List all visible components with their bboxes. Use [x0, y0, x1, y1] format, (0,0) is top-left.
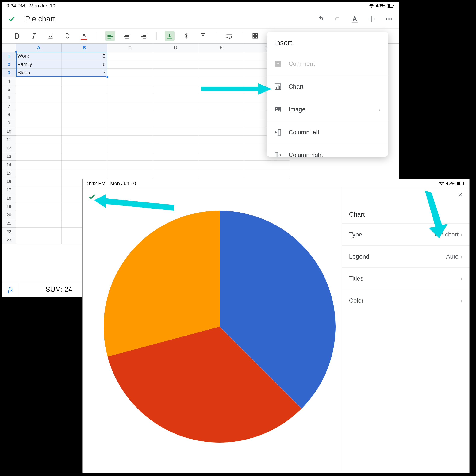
- row-header[interactable]: 3: [2, 69, 16, 77]
- row-header[interactable]: 15: [2, 169, 16, 177]
- grid-cell[interactable]: [107, 161, 153, 169]
- grid-cell[interactable]: [153, 94, 199, 102]
- grid-cell[interactable]: [153, 102, 199, 110]
- text-color-button[interactable]: [79, 31, 89, 41]
- accept-icon[interactable]: [8, 15, 16, 23]
- row-header[interactable]: 11: [2, 136, 16, 144]
- text-format-button[interactable]: [350, 15, 359, 24]
- grid-cell[interactable]: [153, 77, 199, 85]
- row-header[interactable]: 16: [2, 177, 16, 186]
- grid-cell[interactable]: [153, 69, 199, 77]
- grid-cell[interactable]: [62, 85, 107, 94]
- grid-cell[interactable]: [62, 77, 107, 85]
- bold-button[interactable]: [12, 31, 22, 41]
- grid-cell[interactable]: [199, 94, 244, 102]
- grid-cell[interactable]: [107, 85, 153, 94]
- grid-cell[interactable]: [199, 60, 244, 69]
- grid-cell[interactable]: [153, 127, 199, 136]
- grid-cell[interactable]: [199, 102, 244, 110]
- insert-menu-item[interactable]: Column right: [267, 144, 388, 157]
- grid-cell[interactable]: [16, 144, 62, 152]
- grid-cell[interactable]: [153, 169, 199, 177]
- grid-cell[interactable]: [199, 119, 244, 127]
- grid-cell[interactable]: [16, 177, 62, 186]
- align-center-button[interactable]: [122, 31, 132, 41]
- grid-cell[interactable]: [153, 60, 199, 69]
- chart-titles-row[interactable]: Titles ›: [342, 268, 469, 289]
- grid-cell[interactable]: [244, 169, 290, 177]
- grid-cell[interactable]: [16, 169, 62, 177]
- grid-cell[interactable]: [153, 52, 199, 60]
- grid-cell[interactable]: [62, 110, 107, 119]
- grid-cell[interactable]: [199, 127, 244, 136]
- row-header[interactable]: 13: [2, 152, 16, 161]
- grid-cell[interactable]: [16, 85, 62, 94]
- grid-cell[interactable]: [16, 228, 62, 236]
- grid-cell[interactable]: [153, 144, 199, 152]
- grid-cell[interactable]: [199, 52, 244, 60]
- grid-cell[interactable]: 9: [62, 52, 107, 60]
- wrap-button[interactable]: [224, 31, 234, 41]
- row-header[interactable]: 2: [2, 60, 16, 69]
- grid-cell[interactable]: [199, 161, 244, 169]
- row-header[interactable]: 7: [2, 102, 16, 110]
- grid-cell[interactable]: [62, 94, 107, 102]
- close-button[interactable]: [457, 191, 464, 199]
- grid-cell[interactable]: [107, 69, 153, 77]
- grid-cell[interactable]: [16, 136, 62, 144]
- row-header[interactable]: 19: [2, 203, 16, 211]
- grid-cell[interactable]: [62, 119, 107, 127]
- grid-cell[interactable]: [16, 203, 62, 211]
- align-right-button[interactable]: [138, 31, 149, 41]
- grid-cell[interactable]: [153, 161, 199, 169]
- column-header[interactable]: B: [62, 44, 107, 52]
- grid-cell[interactable]: [107, 102, 153, 110]
- grid-cell[interactable]: [199, 69, 244, 77]
- grid-cell[interactable]: [153, 85, 199, 94]
- grid-cell[interactable]: [107, 52, 153, 60]
- insert-menu-item[interactable]: Image ›: [267, 98, 388, 121]
- grid-cell[interactable]: [199, 110, 244, 119]
- grid-cell[interactable]: [16, 127, 62, 136]
- grid-cell[interactable]: [62, 136, 107, 144]
- row-header[interactable]: 18: [2, 194, 16, 203]
- grid-cell[interactable]: [62, 127, 107, 136]
- grid-cell[interactable]: [107, 77, 153, 85]
- insert-menu-item[interactable]: Column left: [267, 121, 388, 144]
- grid-cell[interactable]: [107, 94, 153, 102]
- merge-button[interactable]: [250, 31, 260, 41]
- grid-cell[interactable]: [153, 136, 199, 144]
- grid-cell[interactable]: [199, 152, 244, 161]
- italic-button[interactable]: [29, 31, 39, 41]
- valign-bottom-button[interactable]: [165, 31, 174, 41]
- add-button[interactable]: [367, 15, 376, 24]
- grid-cell[interactable]: [199, 136, 244, 144]
- chart-legend-row[interactable]: Legend Auto›: [342, 245, 469, 268]
- row-header[interactable]: 20: [2, 211, 16, 219]
- row-header[interactable]: 9: [2, 119, 16, 127]
- row-header[interactable]: 1: [2, 52, 16, 60]
- grid-cell[interactable]: [199, 144, 244, 152]
- grid-cell[interactable]: [107, 144, 153, 152]
- grid-cell[interactable]: [244, 161, 290, 169]
- grid-cell[interactable]: [16, 77, 62, 85]
- row-header[interactable]: 6: [2, 94, 16, 102]
- grid-cell[interactable]: [16, 110, 62, 119]
- document-title[interactable]: Pie chart: [25, 15, 55, 23]
- grid-cell[interactable]: [107, 110, 153, 119]
- grid-cell[interactable]: [153, 152, 199, 161]
- grid-cell[interactable]: [62, 169, 107, 177]
- valign-top-button[interactable]: [198, 31, 208, 41]
- grid-cell[interactable]: [62, 102, 107, 110]
- row-header[interactable]: 4: [2, 77, 16, 85]
- row-header[interactable]: 22: [2, 228, 16, 236]
- grid-cell[interactable]: [16, 119, 62, 127]
- grid-cell[interactable]: [153, 110, 199, 119]
- column-header[interactable]: E: [199, 44, 244, 52]
- grid-cell[interactable]: [107, 169, 153, 177]
- grid-cell[interactable]: Family: [16, 60, 62, 69]
- grid-cell[interactable]: [107, 136, 153, 144]
- grid-cell[interactable]: [107, 152, 153, 161]
- grid-cell[interactable]: [16, 161, 62, 169]
- grid-cell[interactable]: [62, 152, 107, 161]
